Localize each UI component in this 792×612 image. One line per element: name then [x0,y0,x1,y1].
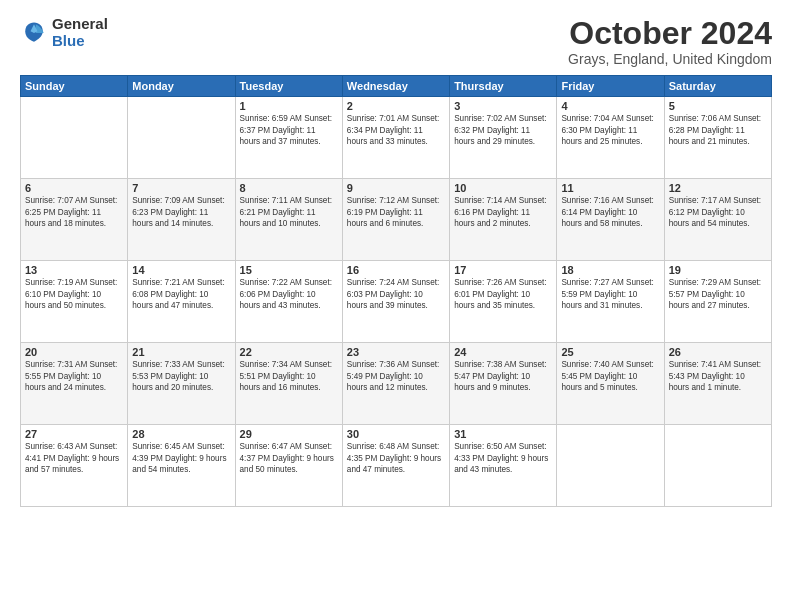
logo-text: General Blue [52,16,108,49]
day-info: Sunrise: 6:45 AM Sunset: 4:39 PM Dayligh… [132,441,230,475]
day-number: 7 [132,182,230,194]
calendar-cell: 8Sunrise: 7:11 AM Sunset: 6:21 PM Daylig… [235,179,342,261]
calendar-cell: 2Sunrise: 7:01 AM Sunset: 6:34 PM Daylig… [342,97,449,179]
day-info: Sunrise: 6:59 AM Sunset: 6:37 PM Dayligh… [240,113,338,147]
day-number: 13 [25,264,123,276]
day-info: Sunrise: 7:22 AM Sunset: 6:06 PM Dayligh… [240,277,338,311]
day-info: Sunrise: 7:17 AM Sunset: 6:12 PM Dayligh… [669,195,767,229]
calendar-cell [557,425,664,507]
day-info: Sunrise: 7:01 AM Sunset: 6:34 PM Dayligh… [347,113,445,147]
calendar-cell: 22Sunrise: 7:34 AM Sunset: 5:51 PM Dayli… [235,343,342,425]
col-wednesday: Wednesday [342,76,449,97]
day-number: 2 [347,100,445,112]
calendar-title: October 2024 [568,16,772,51]
day-number: 8 [240,182,338,194]
day-number: 25 [561,346,659,358]
day-info: Sunrise: 7:38 AM Sunset: 5:47 PM Dayligh… [454,359,552,393]
calendar-cell: 17Sunrise: 7:26 AM Sunset: 6:01 PM Dayli… [450,261,557,343]
title-block: October 2024 Grays, England, United King… [568,16,772,67]
day-number: 14 [132,264,230,276]
calendar-cell [128,97,235,179]
calendar-cell: 6Sunrise: 7:07 AM Sunset: 6:25 PM Daylig… [21,179,128,261]
calendar-cell [664,425,771,507]
day-info: Sunrise: 7:26 AM Sunset: 6:01 PM Dayligh… [454,277,552,311]
logo-blue: Blue [52,33,108,50]
day-number: 26 [669,346,767,358]
calendar-cell: 21Sunrise: 7:33 AM Sunset: 5:53 PM Dayli… [128,343,235,425]
day-info: Sunrise: 7:12 AM Sunset: 6:19 PM Dayligh… [347,195,445,229]
day-info: Sunrise: 7:11 AM Sunset: 6:21 PM Dayligh… [240,195,338,229]
calendar-cell: 19Sunrise: 7:29 AM Sunset: 5:57 PM Dayli… [664,261,771,343]
day-number: 30 [347,428,445,440]
calendar-week-1: 6Sunrise: 7:07 AM Sunset: 6:25 PM Daylig… [21,179,772,261]
day-number: 29 [240,428,338,440]
day-number: 4 [561,100,659,112]
calendar-cell: 7Sunrise: 7:09 AM Sunset: 6:23 PM Daylig… [128,179,235,261]
day-number: 20 [25,346,123,358]
day-info: Sunrise: 6:48 AM Sunset: 4:35 PM Dayligh… [347,441,445,475]
day-info: Sunrise: 7:02 AM Sunset: 6:32 PM Dayligh… [454,113,552,147]
calendar-cell: 9Sunrise: 7:12 AM Sunset: 6:19 PM Daylig… [342,179,449,261]
calendar-cell: 29Sunrise: 6:47 AM Sunset: 4:37 PM Dayli… [235,425,342,507]
day-info: Sunrise: 7:07 AM Sunset: 6:25 PM Dayligh… [25,195,123,229]
calendar-cell: 30Sunrise: 6:48 AM Sunset: 4:35 PM Dayli… [342,425,449,507]
day-info: Sunrise: 7:14 AM Sunset: 6:16 PM Dayligh… [454,195,552,229]
logo-general: General [52,16,108,33]
calendar-cell: 14Sunrise: 7:21 AM Sunset: 6:08 PM Dayli… [128,261,235,343]
calendar-cell: 11Sunrise: 7:16 AM Sunset: 6:14 PM Dayli… [557,179,664,261]
calendar-week-3: 20Sunrise: 7:31 AM Sunset: 5:55 PM Dayli… [21,343,772,425]
calendar-cell: 1Sunrise: 6:59 AM Sunset: 6:37 PM Daylig… [235,97,342,179]
calendar-week-2: 13Sunrise: 7:19 AM Sunset: 6:10 PM Dayli… [21,261,772,343]
day-number: 19 [669,264,767,276]
logo-icon [20,19,48,47]
calendar-cell: 15Sunrise: 7:22 AM Sunset: 6:06 PM Dayli… [235,261,342,343]
header-row: Sunday Monday Tuesday Wednesday Thursday… [21,76,772,97]
day-number: 17 [454,264,552,276]
day-info: Sunrise: 6:43 AM Sunset: 4:41 PM Dayligh… [25,441,123,475]
col-thursday: Thursday [450,76,557,97]
calendar-week-4: 27Sunrise: 6:43 AM Sunset: 4:41 PM Dayli… [21,425,772,507]
calendar-cell: 13Sunrise: 7:19 AM Sunset: 6:10 PM Dayli… [21,261,128,343]
day-number: 28 [132,428,230,440]
day-number: 5 [669,100,767,112]
day-number: 27 [25,428,123,440]
calendar-cell: 16Sunrise: 7:24 AM Sunset: 6:03 PM Dayli… [342,261,449,343]
day-info: Sunrise: 7:29 AM Sunset: 5:57 PM Dayligh… [669,277,767,311]
day-info: Sunrise: 7:31 AM Sunset: 5:55 PM Dayligh… [25,359,123,393]
day-info: Sunrise: 7:27 AM Sunset: 5:59 PM Dayligh… [561,277,659,311]
calendar-cell: 28Sunrise: 6:45 AM Sunset: 4:39 PM Dayli… [128,425,235,507]
header: General Blue October 2024 Grays, England… [20,16,772,67]
col-sunday: Sunday [21,76,128,97]
day-number: 6 [25,182,123,194]
calendar-cell: 25Sunrise: 7:40 AM Sunset: 5:45 PM Dayli… [557,343,664,425]
day-info: Sunrise: 6:47 AM Sunset: 4:37 PM Dayligh… [240,441,338,475]
day-number: 3 [454,100,552,112]
calendar-week-0: 1Sunrise: 6:59 AM Sunset: 6:37 PM Daylig… [21,97,772,179]
day-info: Sunrise: 7:24 AM Sunset: 6:03 PM Dayligh… [347,277,445,311]
day-number: 15 [240,264,338,276]
calendar-cell: 26Sunrise: 7:41 AM Sunset: 5:43 PM Dayli… [664,343,771,425]
day-info: Sunrise: 7:41 AM Sunset: 5:43 PM Dayligh… [669,359,767,393]
calendar-cell: 20Sunrise: 7:31 AM Sunset: 5:55 PM Dayli… [21,343,128,425]
col-tuesday: Tuesday [235,76,342,97]
day-number: 18 [561,264,659,276]
day-number: 22 [240,346,338,358]
calendar-cell: 12Sunrise: 7:17 AM Sunset: 6:12 PM Dayli… [664,179,771,261]
calendar-cell: 27Sunrise: 6:43 AM Sunset: 4:41 PM Dayli… [21,425,128,507]
calendar-cell: 24Sunrise: 7:38 AM Sunset: 5:47 PM Dayli… [450,343,557,425]
logo: General Blue [20,16,108,49]
calendar-page: General Blue October 2024 Grays, England… [0,0,792,612]
col-saturday: Saturday [664,76,771,97]
calendar-subtitle: Grays, England, United Kingdom [568,51,772,67]
day-number: 12 [669,182,767,194]
day-info: Sunrise: 6:50 AM Sunset: 4:33 PM Dayligh… [454,441,552,475]
calendar-cell [21,97,128,179]
day-number: 24 [454,346,552,358]
day-info: Sunrise: 7:40 AM Sunset: 5:45 PM Dayligh… [561,359,659,393]
day-number: 11 [561,182,659,194]
day-info: Sunrise: 7:36 AM Sunset: 5:49 PM Dayligh… [347,359,445,393]
calendar-cell: 10Sunrise: 7:14 AM Sunset: 6:16 PM Dayli… [450,179,557,261]
col-friday: Friday [557,76,664,97]
col-monday: Monday [128,76,235,97]
calendar-cell: 18Sunrise: 7:27 AM Sunset: 5:59 PM Dayli… [557,261,664,343]
